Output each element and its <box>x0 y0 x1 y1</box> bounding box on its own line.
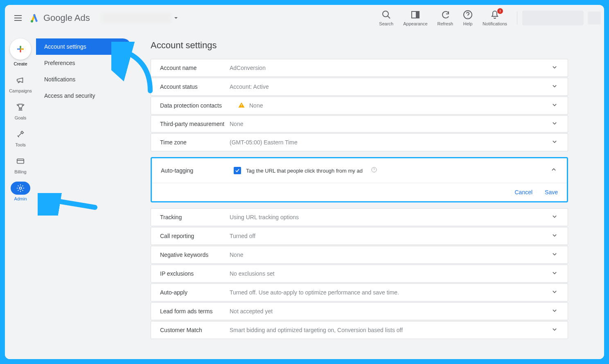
subnav-preferences[interactable]: Preferences <box>36 55 131 71</box>
card-icon <box>16 157 25 166</box>
refresh-tool[interactable]: Refresh <box>438 10 453 26</box>
warning-icon <box>238 101 245 110</box>
logo[interactable]: Google Ads <box>29 13 90 23</box>
chevron-down-icon <box>550 231 559 241</box>
user-avatar-blurred[interactable] <box>588 11 601 25</box>
dropdown-icon <box>174 16 178 20</box>
checkbox-checked-icon <box>234 167 241 174</box>
page-title: Account settings <box>151 40 568 51</box>
setting-tracking[interactable]: Tracking Using URL tracking options <box>151 208 568 226</box>
notifications-tool[interactable]: Notifications <box>483 10 507 26</box>
subnav-account-settings[interactable]: Account settings <box>36 38 131 55</box>
create-label: Create <box>14 61 27 66</box>
trophy-icon <box>16 103 25 112</box>
account-button-blurred[interactable] <box>522 11 584 25</box>
megaphone-icon <box>16 76 25 85</box>
chevron-up-icon[interactable] <box>550 166 558 175</box>
auto-tagging-checkbox-wrap[interactable]: Tag the URL that people click through fr… <box>234 166 377 175</box>
setting-auto-tagging-expanded: Auto-tagging Tag the URL that people cli… <box>151 157 568 202</box>
chevron-down-icon <box>550 137 559 147</box>
setting-third-party[interactable]: Third-party measurement None <box>151 115 568 133</box>
chevron-down-icon <box>550 325 559 335</box>
setting-lead-form[interactable]: Lead form ads terms Not accepted yet <box>151 302 568 320</box>
gear-icon <box>16 184 25 193</box>
save-button[interactable]: Save <box>545 189 558 195</box>
chevron-down-icon <box>550 306 559 316</box>
refresh-icon <box>440 10 450 20</box>
subnav-notifications[interactable]: Notifications <box>36 71 131 88</box>
rail-billing[interactable]: Billing <box>11 155 30 174</box>
left-rail: Create Campaigns Goals Tools Billing Adm… <box>5 31 36 359</box>
svg-point-6 <box>19 187 22 189</box>
help-tool[interactable]: Help <box>463 10 473 26</box>
setting-account-name[interactable]: Account name AdConversion <box>151 59 568 77</box>
chevron-down-icon <box>550 212 559 222</box>
rail-admin[interactable]: Admin <box>11 182 30 201</box>
chevron-down-icon <box>550 119 559 129</box>
google-ads-icon <box>29 13 39 23</box>
create-button[interactable] <box>10 38 31 60</box>
svg-point-1 <box>383 11 388 17</box>
setting-ip-exclusions[interactable]: IP exclusions No exclusions set <box>151 265 568 283</box>
header: Google Ads Search Appearance Refresh Hel… <box>5 5 604 31</box>
menu-icon <box>13 13 23 23</box>
account-name-blurred <box>102 13 171 23</box>
chevron-down-icon <box>550 101 559 110</box>
account-selector[interactable] <box>98 11 182 25</box>
header-separator <box>517 11 517 25</box>
chevron-down-icon <box>550 250 559 260</box>
subnav: Account settings Preferences Notificatio… <box>36 31 134 359</box>
plus-icon <box>16 44 25 54</box>
chevron-down-icon <box>550 63 559 73</box>
svg-rect-3 <box>416 11 419 18</box>
svg-rect-5 <box>17 159 24 164</box>
rail-tools[interactable]: Tools <box>11 128 30 147</box>
hamburger-menu[interactable] <box>8 8 28 28</box>
help-icon <box>463 10 473 20</box>
subnav-access-security[interactable]: Access and security <box>36 88 131 104</box>
search-icon <box>381 10 391 20</box>
rail-campaigns[interactable]: Campaigns <box>9 74 32 93</box>
appearance-icon <box>411 10 420 20</box>
header-tools: Search Appearance Refresh Help Notificat… <box>379 10 507 26</box>
rail-goals[interactable]: Goals <box>11 101 30 120</box>
setting-call-reporting[interactable]: Call reporting Turned off <box>151 227 568 245</box>
setting-customer-match[interactable]: Customer Match Smart bidding and optimiz… <box>151 321 568 339</box>
setting-data-protection[interactable]: Data protection contacts None <box>151 97 568 115</box>
help-circle-icon[interactable] <box>371 166 377 175</box>
setting-auto-apply[interactable]: Auto-apply Turned off. Use auto-apply to… <box>151 283 568 301</box>
chevron-down-icon <box>550 288 559 297</box>
setting-account-status[interactable]: Account status Account: Active <box>151 78 568 96</box>
setting-time-zone[interactable]: Time zone (GMT-05:00) Eastern Time <box>151 133 568 151</box>
notification-badge <box>497 8 503 14</box>
svg-point-0 <box>31 20 33 22</box>
main-content: Account settings Account name AdConversi… <box>134 31 604 359</box>
chevron-down-icon <box>550 82 559 92</box>
cancel-button[interactable]: Cancel <box>514 189 532 195</box>
appearance-tool[interactable]: Appearance <box>403 10 427 26</box>
search-tool[interactable]: Search <box>379 10 393 26</box>
tools-icon <box>16 130 25 139</box>
chevron-down-icon <box>550 269 559 279</box>
settings-list: Account name AdConversion Account status… <box>151 59 568 339</box>
logo-text: Google Ads <box>43 13 90 23</box>
setting-negative-keywords[interactable]: Negative keywords None <box>151 246 568 264</box>
